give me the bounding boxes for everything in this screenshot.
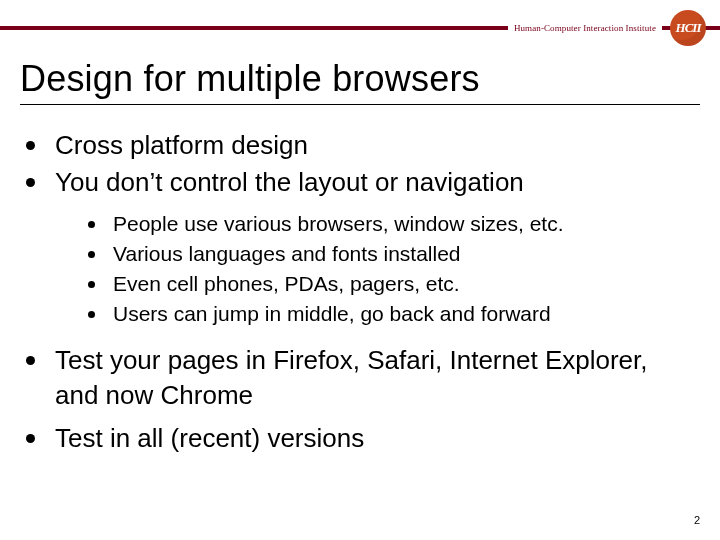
hcii-logo-monogram: HCII xyxy=(670,10,706,46)
sub-bullet-list: People use various browsers, window size… xyxy=(88,210,696,329)
bullet-level2: Users can jump in middle, go back and fo… xyxy=(88,300,696,329)
bullet-text: You don’t control the layout or navigati… xyxy=(55,165,696,200)
slide-body: Cross platform design You don’t control … xyxy=(26,128,696,458)
bullet-level2: Even cell phones, PDAs, pagers, etc. xyxy=(88,270,696,299)
hcii-logo: HCII xyxy=(666,10,706,50)
bullet-dot-icon xyxy=(88,281,95,288)
bullet-dot-icon xyxy=(26,434,35,443)
institute-name-box: Human-Computer Interaction Institute xyxy=(508,22,662,34)
bullet-level2: Various languages and fonts installed xyxy=(88,240,696,269)
bullet-level1: Cross platform design xyxy=(26,128,696,163)
bullet-dot-icon xyxy=(88,311,95,318)
bullet-level1: You don’t control the layout or navigati… xyxy=(26,165,696,200)
bullet-text: Test in all (recent) versions xyxy=(55,421,696,456)
bullet-text: Cross platform design xyxy=(55,128,696,163)
bullet-text: Users can jump in middle, go back and fo… xyxy=(113,300,696,329)
bullet-level1: Test your pages in Firefox, Safari, Inte… xyxy=(26,343,696,413)
page-number: 2 xyxy=(694,514,700,526)
title-underline xyxy=(20,104,700,105)
bullet-text: People use various browsers, window size… xyxy=(113,210,696,239)
bullet-level2: People use various browsers, window size… xyxy=(88,210,696,239)
bullet-dot-icon xyxy=(26,178,35,187)
brand-bar: Human-Computer Interaction Institute HCI… xyxy=(0,10,720,46)
bullet-level1: Test in all (recent) versions xyxy=(26,421,696,456)
bullet-dot-icon xyxy=(88,251,95,258)
slide-title: Design for multiple browsers xyxy=(20,58,480,100)
bullet-text: Test your pages in Firefox, Safari, Inte… xyxy=(55,343,696,413)
bullet-text: Even cell phones, PDAs, pagers, etc. xyxy=(113,270,696,299)
bullet-dot-icon xyxy=(26,356,35,365)
institute-name: Human-Computer Interaction Institute xyxy=(514,23,656,33)
bullet-dot-icon xyxy=(26,141,35,150)
bullet-text: Various languages and fonts installed xyxy=(113,240,696,269)
bullet-dot-icon xyxy=(88,221,95,228)
